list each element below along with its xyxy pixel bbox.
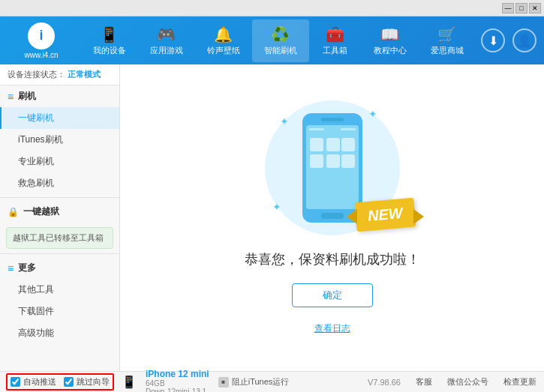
nav-icon-toolbox: 🧰 <box>326 25 344 43</box>
nav-item-toolbox[interactable]: 🧰 工具箱 <box>309 19 362 62</box>
jailbreak-notice-text: 越狱工具已转移至工具箱 <box>13 232 104 244</box>
nav-label-tutorial: 教程中心 <box>374 45 407 56</box>
maximize-button[interactable]: □ <box>515 3 527 13</box>
nav-label-ringtone: 铃声壁纸 <box>207 45 240 56</box>
svg-rect-10 <box>326 154 340 168</box>
secondary-link[interactable]: 查看日志 <box>314 322 350 335</box>
sidebar: 设备连接状态： 正常模式 ≡ 刷机 一键刷机 iTunes刷机 专业刷机 救急刷… <box>0 64 120 371</box>
device-storage: 64GB <box>146 379 209 388</box>
svg-rect-11 <box>341 154 355 168</box>
nav-items: 📱 我的设备 🎮 应用游戏 🔔 铃声壁纸 ♻️ 智能刷机 🧰 工具箱 📖 教程中… <box>75 19 481 62</box>
bottom-bar: 自动推送 跳过向导 📱 iPhone 12 mini 64GB Down-12m… <box>0 371 544 392</box>
svg-rect-4 <box>309 128 324 130</box>
flash-section-icon: ≡ <box>8 91 14 103</box>
new-badge: NEW <box>354 198 416 232</box>
sidebar-item-itunes-flash[interactable]: iTunes刷机 <box>0 129 119 151</box>
nav-item-my-device[interactable]: 📱 我的设备 <box>81 19 138 62</box>
sidebar-item-one-key-flash[interactable]: 一键刷机 <box>0 107 119 129</box>
nav-label-mall: 爱思商城 <box>431 45 464 56</box>
minimize-button[interactable]: — <box>502 3 514 13</box>
nav-item-tutorial[interactable]: 📖 教程中心 <box>362 19 419 62</box>
version-label: V7.98.66 <box>368 378 401 387</box>
nav-item-app-game[interactable]: 🎮 应用游戏 <box>138 19 195 62</box>
nav-icon-app-game: 🎮 <box>157 25 176 43</box>
title-bar: — □ ✕ <box>0 0 544 16</box>
content-area: ✦ ✦ ✦ <box>120 64 544 371</box>
device-detail: Down-12mini-13,1 <box>146 388 209 393</box>
sidebar-divider-1 <box>0 197 119 198</box>
nav-item-mall[interactable]: 🛒 爱思商城 <box>419 19 476 62</box>
phone-container: ✦ ✦ ✦ <box>257 100 407 235</box>
device-status: 设备连接状态： 正常模式 <box>0 64 119 85</box>
nav-label-app-game: 应用游戏 <box>150 45 183 56</box>
sparkle-3: ✦ <box>272 201 281 213</box>
sparkle-2: ✦ <box>368 108 377 120</box>
device-info: iPhone 12 mini 64GB Down-12mini-13,1 <box>146 369 209 393</box>
device-icon: 📱 <box>122 375 137 389</box>
skip-wizard-checkbox-label[interactable]: 跳过向导 <box>64 376 110 388</box>
nav-label-toolbox: 工具箱 <box>323 45 347 56</box>
svg-rect-7 <box>326 138 340 151</box>
update-link[interactable]: 检查更新 <box>503 376 536 388</box>
download-button[interactable]: ⬇ <box>481 28 505 52</box>
stop-itunes[interactable]: ■ 阻止iTunes运行 <box>218 376 290 388</box>
nav-icon-tutorial: 📖 <box>380 25 399 43</box>
auto-send-checkbox-label[interactable]: 自动推送 <box>11 376 56 388</box>
close-button[interactable]: ✕ <box>529 3 541 13</box>
jailbreak-notice: 越狱工具已转移至工具箱 <box>6 227 113 249</box>
svg-rect-5 <box>341 128 356 130</box>
ribbon-right <box>413 209 424 224</box>
logo: i www.i4.cn <box>8 22 75 59</box>
nav-item-smart-flash[interactable]: ♻️ 智能刷机 <box>252 19 309 62</box>
sidebar-item-advanced[interactable]: 高级功能 <box>0 322 119 344</box>
sidebar-item-download-firmware[interactable]: 下载固件 <box>0 301 119 322</box>
nav-icon-mall: 🛒 <box>437 25 456 43</box>
stop-icon: ■ <box>218 377 229 388</box>
svg-rect-2 <box>321 213 344 219</box>
device-name: iPhone 12 mini <box>146 369 209 379</box>
more-section-label: 更多 <box>18 262 36 274</box>
skip-wizard-checkbox[interactable] <box>64 377 74 387</box>
wechat-link[interactable]: 微信公众号 <box>447 376 488 388</box>
more-section-header: ≡ 更多 <box>0 257 119 279</box>
lock-icon: 🔒 <box>8 207 19 217</box>
jailbreak-section-label: 一键越狱 <box>23 205 59 218</box>
bottom-right: V7.98.66 客服 微信公众号 检查更新 <box>368 376 536 388</box>
top-nav: i www.i4.cn 📱 我的设备 🎮 应用游戏 🔔 铃声壁纸 ♻️ 智能刷机… <box>0 16 544 64</box>
sparkle-1: ✦ <box>280 115 289 127</box>
auto-send-checkbox[interactable] <box>11 377 20 387</box>
stop-itunes-label: 阻止iTunes运行 <box>232 376 290 388</box>
service-link[interactable]: 客服 <box>416 376 432 388</box>
nav-item-ringtone[interactable]: 🔔 铃声壁纸 <box>195 19 252 62</box>
nav-icon-my-device: 📱 <box>100 25 119 43</box>
skip-wizard-label: 跳过向导 <box>77 376 110 388</box>
sidebar-item-pro-flash[interactable]: 专业刷机 <box>0 151 119 172</box>
auto-send-label: 自动推送 <box>23 376 56 388</box>
sidebar-divider-2 <box>0 253 119 254</box>
svg-rect-6 <box>310 138 323 151</box>
window-controls[interactable]: — □ ✕ <box>502 3 541 13</box>
device-status-value: 正常模式 <box>68 70 101 79</box>
svg-rect-3 <box>321 118 344 121</box>
bottom-left: 自动推送 跳过向导 📱 iPhone 12 mini 64GB Down-12m… <box>8 369 289 393</box>
nav-icon-ringtone: 🔔 <box>214 25 233 43</box>
ribbon-left <box>347 209 357 224</box>
flash-section-label: 刷机 <box>18 90 36 103</box>
device-status-label: 设备连接状态： <box>8 70 65 79</box>
main-area: 设备连接状态： 正常模式 ≡ 刷机 一键刷机 iTunes刷机 专业刷机 救急刷… <box>0 64 544 371</box>
flash-section-header: ≡ 刷机 <box>0 85 119 107</box>
nav-right: ⬇ 👤 <box>481 28 536 52</box>
logo-icon: i <box>28 22 55 49</box>
nav-icon-smart-flash: ♻️ <box>271 25 290 43</box>
illustration-area: ✦ ✦ ✦ <box>245 100 420 335</box>
sidebar-item-other-tools[interactable]: 其他工具 <box>0 279 119 301</box>
nav-label-my-device: 我的设备 <box>93 45 126 56</box>
jailbreak-section-header: 🔒 一键越狱 <box>0 201 119 223</box>
sidebar-item-save-flash[interactable]: 救急刷机 <box>0 172 119 194</box>
confirm-button[interactable]: 确定 <box>292 283 373 307</box>
logo-subtitle: www.i4.cn <box>24 51 58 59</box>
svg-rect-9 <box>310 154 323 168</box>
checkboxes-highlight: 自动推送 跳过向导 <box>8 375 113 389</box>
user-button[interactable]: 👤 <box>512 28 536 52</box>
device-row: 📱 iPhone 12 mini 64GB Down-12mini-13,1 <box>122 369 209 393</box>
